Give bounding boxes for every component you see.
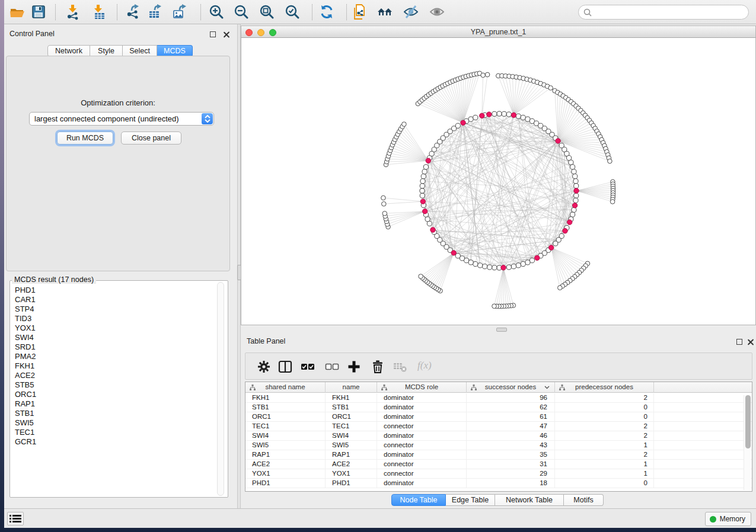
function-builder-icon[interactable]: f(x)	[417, 360, 432, 371]
table-cell[interactable]: ACE2	[326, 460, 377, 469]
close-panel-icon[interactable]	[223, 31, 229, 38]
mcds-result-item[interactable]: YOX1	[11, 323, 221, 333]
table-cell[interactable]: 96	[467, 393, 555, 402]
network-leaf-node[interactable]	[492, 304, 497, 309]
mcds-list-scrollbar[interactable]	[217, 282, 224, 496]
network-node[interactable]	[573, 198, 578, 203]
network-node[interactable]	[420, 193, 425, 198]
network-dominator-node[interactable]	[511, 113, 516, 117]
table-cell[interactable]: STB1	[245, 403, 326, 412]
float-panel-icon[interactable]	[736, 339, 742, 345]
table-cell[interactable]: TEC1	[245, 422, 326, 431]
network-node[interactable]	[473, 115, 478, 120]
table-cell[interactable]: 18	[467, 479, 555, 488]
import-table-icon[interactable]	[90, 4, 107, 20]
table-scrollbar[interactable]	[744, 395, 751, 490]
network-dominator-node[interactable]	[535, 255, 540, 260]
zoom-out-icon[interactable]	[233, 4, 250, 20]
settings-gear-icon[interactable]	[257, 360, 271, 374]
table-cell[interactable]	[654, 393, 752, 402]
network-dominator-node[interactable]	[480, 113, 484, 118]
export-table-icon[interactable]	[147, 4, 164, 20]
table-cell[interactable]: STB1	[326, 403, 377, 412]
tab-mcds[interactable]: MCDS	[157, 45, 193, 57]
table-cell[interactable]: connector	[377, 469, 467, 478]
table-cell[interactable]	[654, 422, 752, 431]
table-cell[interactable]: dominator	[377, 393, 467, 402]
network-leaf-node[interactable]	[481, 73, 486, 78]
network-dominator-node[interactable]	[487, 112, 492, 117]
network-node[interactable]	[574, 193, 579, 198]
export-image-icon[interactable]	[171, 4, 188, 20]
network-node[interactable]	[574, 184, 579, 188]
network-node[interactable]	[573, 179, 578, 184]
network-node[interactable]	[525, 117, 530, 121]
network-node[interactable]	[423, 165, 428, 169]
tab-network-table[interactable]: Network Table	[495, 494, 564, 506]
table-cell[interactable]	[654, 441, 752, 450]
table-cell[interactable]: YOX1	[245, 469, 326, 478]
table-row[interactable]: ORC1ORC1dominator610	[245, 412, 752, 422]
network-node[interactable]	[425, 217, 430, 222]
mcds-result-item[interactable]: SWI4	[11, 333, 221, 342]
network-leaf-node[interactable]	[548, 86, 553, 91]
table-cell[interactable]: dominator	[377, 403, 467, 412]
table-cell[interactable]: connector	[377, 441, 467, 450]
mcds-result-item[interactable]: FKH1	[11, 361, 221, 371]
mcds-result-item[interactable]: STB1	[11, 409, 221, 418]
table-cell[interactable]: 2	[555, 393, 654, 402]
table-cell[interactable]: 2	[555, 431, 654, 440]
refresh-icon[interactable]	[318, 4, 335, 20]
tab-node-table[interactable]: Node Table	[391, 494, 446, 506]
network-node[interactable]	[506, 265, 511, 270]
optimization-criterion-select[interactable]: largest connected component (undirected)	[29, 112, 214, 126]
table-cell[interactable]: RAP1	[326, 450, 377, 459]
network-dominator-node[interactable]	[556, 139, 560, 143]
table-row[interactable]: FKH1FKH1dominator962	[245, 393, 752, 403]
network-node[interactable]	[468, 117, 473, 121]
search-input[interactable]	[595, 8, 748, 17]
table-cell[interactable]: 61	[467, 412, 555, 421]
mcds-result-item[interactable]: TID3	[11, 314, 221, 323]
mcds-result-item[interactable]: STB5	[11, 380, 221, 390]
column-header-name[interactable]: name	[326, 382, 377, 393]
network-node[interactable]	[497, 111, 502, 116]
network-node[interactable]	[572, 169, 576, 174]
table-cell[interactable]	[654, 450, 752, 459]
network-node[interactable]	[525, 260, 530, 265]
mcds-result-item[interactable]: PHD1	[11, 286, 221, 295]
table-cell[interactable]: FKH1	[245, 393, 326, 402]
add-column-icon[interactable]	[347, 360, 361, 374]
open-session-icon[interactable]	[9, 4, 25, 20]
task-history-button[interactable]	[7, 512, 24, 525]
tab-network[interactable]: Network	[47, 45, 90, 57]
mcds-result-item[interactable]: SWI5	[11, 418, 221, 428]
search-field[interactable]	[578, 5, 749, 20]
run-mcds-button[interactable]: Run MCDS	[57, 132, 113, 145]
network-node[interactable]	[420, 184, 425, 188]
network-node[interactable]	[473, 262, 478, 267]
network-node[interactable]	[553, 241, 558, 246]
horizontal-splitter[interactable]	[241, 325, 756, 334]
table-row[interactable]: YOX1YOX1connector291	[245, 469, 752, 479]
delete-column-icon[interactable]	[371, 360, 385, 374]
network-node[interactable]	[420, 179, 425, 184]
network-node[interactable]	[570, 165, 575, 169]
scrollbar-thumb[interactable]	[745, 395, 751, 448]
network-node[interactable]	[506, 112, 511, 117]
table-cell[interactable]: 0	[555, 403, 654, 412]
import-network-icon[interactable]	[65, 4, 81, 20]
network-node[interactable]	[492, 265, 497, 270]
hide-selected-icon[interactable]	[403, 4, 419, 20]
table-row[interactable]: TEC1TEC1connector472	[245, 422, 752, 431]
network-node[interactable]	[422, 169, 427, 174]
network-dominator-node[interactable]	[574, 188, 579, 193]
network-graph[interactable]	[241, 38, 755, 324]
table-cell[interactable]: dominator	[377, 412, 467, 421]
network-node[interactable]	[487, 265, 492, 270]
table-cell[interactable]	[654, 431, 752, 440]
network-node[interactable]	[502, 111, 506, 116]
table-cell[interactable]: 47	[467, 422, 555, 431]
table-cell[interactable]: ACE2	[245, 460, 326, 469]
mcds-result-item[interactable]: CAR1	[11, 295, 221, 305]
